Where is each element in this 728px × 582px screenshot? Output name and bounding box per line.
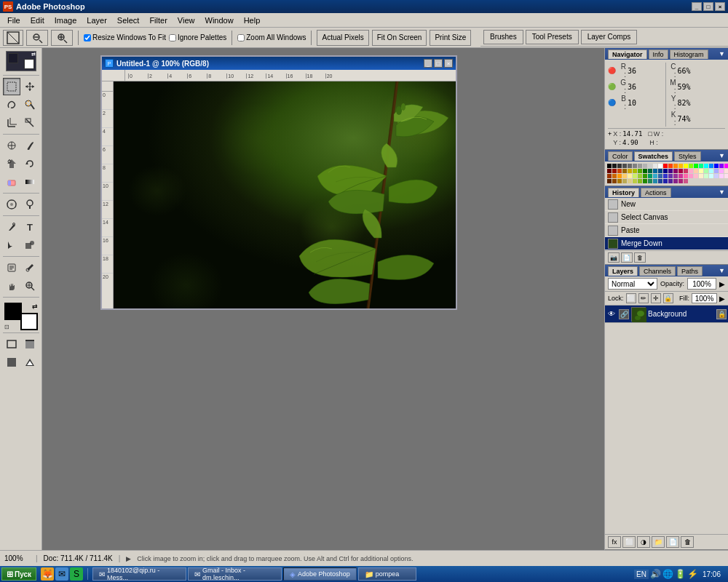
- swatch-cell[interactable]: [638, 169, 642, 173]
- swatch-cell[interactable]: [617, 179, 622, 183]
- swatch-cell[interactable]: [684, 179, 688, 183]
- swatch-cell[interactable]: [704, 174, 708, 178]
- standard-screen-button[interactable]: [3, 335, 20, 353]
- info-panel-arrow[interactable]: ▼: [719, 50, 725, 57]
- ignore-palettes-checkbox[interactable]: Ignore Palettes: [169, 33, 226, 41]
- swatch-cell[interactable]: [689, 169, 693, 173]
- sys-tray-icon-1[interactable]: 🔊: [650, 569, 661, 579]
- lock-move-button[interactable]: ✛: [651, 293, 661, 303]
- swatch-cell[interactable]: [638, 179, 642, 183]
- swatch-cell[interactable]: [714, 174, 719, 178]
- swatch-cell[interactable]: [658, 169, 662, 173]
- resize-windows-checkbox[interactable]: Resize Windows To Fit: [84, 33, 166, 41]
- type-tool[interactable]: T: [21, 218, 39, 236]
- tab-styles[interactable]: Styles: [674, 151, 701, 161]
- layer-visibility-icon[interactable]: 👁: [606, 309, 617, 319]
- notes-tool[interactable]: [3, 259, 20, 276]
- tab-swatches[interactable]: Swatches: [634, 151, 673, 161]
- swatch-cell[interactable]: [648, 169, 652, 173]
- fill-arrow[interactable]: ▶: [719, 295, 725, 303]
- foreground-color[interactable]: [4, 303, 22, 320]
- swatch-cell[interactable]: [658, 174, 662, 178]
- swatch-cell[interactable]: [658, 179, 662, 183]
- swatch-cell[interactable]: [663, 174, 668, 178]
- swatch-cell[interactable]: [724, 174, 728, 178]
- swatch-cell[interactable]: [684, 169, 688, 173]
- swatch-cell[interactable]: [648, 174, 652, 178]
- swatch-cell[interactable]: [719, 164, 724, 168]
- swatch-cell[interactable]: [653, 169, 657, 173]
- menu-view[interactable]: View: [173, 15, 199, 26]
- swatch-cell[interactable]: [678, 174, 683, 178]
- taskbar-icon-app1[interactable]: ✉: [55, 567, 68, 581]
- doc-minimize-button[interactable]: _: [424, 59, 432, 68]
- default-colors-icon[interactable]: ⊡: [4, 324, 9, 330]
- swatch-cell[interactable]: [622, 179, 627, 183]
- swatch-cell[interactable]: [622, 174, 627, 178]
- menu-image[interactable]: Image: [50, 15, 82, 26]
- swatch-cell[interactable]: [668, 164, 673, 168]
- zoom-tool[interactable]: [21, 277, 39, 295]
- swatch-blue[interactable]: [714, 164, 719, 168]
- healing-brush-tool[interactable]: [3, 137, 20, 154]
- swatch-cell[interactable]: [643, 174, 647, 178]
- swatch-cell[interactable]: [633, 174, 637, 178]
- swatch-cell[interactable]: [694, 174, 698, 178]
- swatch-cell[interactable]: [663, 179, 668, 183]
- swatch-cell[interactable]: [643, 179, 647, 183]
- swatch-cell[interactable]: [653, 179, 657, 183]
- tab-actions[interactable]: Actions: [641, 188, 671, 197]
- taskbar-app-gmail[interactable]: ✉ Gmail - Inbox - dm.leschin...: [188, 567, 282, 581]
- move-tool[interactable]: [21, 78, 39, 95]
- zoom-out-button[interactable]: [26, 30, 48, 46]
- blur-tool[interactable]: [3, 196, 20, 213]
- taskbar-app-pompea[interactable]: 📁 pompea: [358, 567, 416, 581]
- taskbar-icon-browser[interactable]: 🦊: [41, 567, 54, 581]
- brush-tool[interactable]: [21, 137, 39, 154]
- marquee-tool[interactable]: [3, 78, 20, 95]
- swatch-cell[interactable]: [719, 169, 724, 173]
- swatch-cell[interactable]: [678, 179, 683, 183]
- swatch-cell[interactable]: [622, 164, 627, 168]
- hand-tool[interactable]: [3, 277, 20, 295]
- menu-select[interactable]: Select: [113, 15, 144, 26]
- swatch-cell[interactable]: [689, 164, 693, 168]
- menu-file[interactable]: File: [3, 15, 25, 26]
- swatch-cell[interactable]: [628, 164, 632, 168]
- background-layer[interactable]: 👁 🔗 Background 🔒: [605, 306, 728, 323]
- magic-wand-tool[interactable]: [21, 96, 39, 113]
- pen-tool[interactable]: [3, 218, 20, 236]
- menu-edit[interactable]: Edit: [26, 15, 49, 26]
- zoom-all-windows-checkbox[interactable]: Zoom All Windows: [237, 33, 306, 41]
- swatch-cell[interactable]: [709, 174, 713, 178]
- tab-layers[interactable]: Layers: [608, 266, 638, 276]
- layer-mask-button[interactable]: ⬜: [622, 536, 636, 548]
- swatch-cell[interactable]: [612, 169, 617, 173]
- layer-link-icon[interactable]: 🔗: [619, 309, 629, 319]
- eyedropper-tool[interactable]: [21, 259, 39, 276]
- brushes-button[interactable]: Brushes: [483, 30, 523, 44]
- sys-tray-icon-3[interactable]: 🔋: [675, 569, 686, 579]
- gradient-tool[interactable]: [21, 173, 39, 191]
- path-select-tool[interactable]: [3, 236, 20, 254]
- layer-group-button[interactable]: 📁: [652, 536, 665, 548]
- swatch-cell[interactable]: [709, 164, 713, 168]
- swatch-yellow[interactable]: [684, 164, 688, 168]
- blend-mode-select[interactable]: Normal Multiply Screen Overlay: [608, 278, 657, 290]
- opacity-arrow[interactable]: ▶: [719, 280, 725, 288]
- eraser-tool[interactable]: [3, 173, 20, 191]
- color-panel-arrow[interactable]: ▼: [719, 152, 725, 159]
- tab-color[interactable]: Color: [608, 151, 633, 161]
- swatch-cell[interactable]: [628, 169, 632, 173]
- lock-paint-button[interactable]: ✏: [638, 293, 649, 303]
- swatch-cell[interactable]: [673, 169, 678, 173]
- close-button[interactable]: ×: [715, 2, 725, 11]
- swatch-cell[interactable]: [643, 169, 647, 173]
- swatch-cell[interactable]: [653, 174, 657, 178]
- swatch-cell[interactable]: [678, 169, 683, 173]
- fit-on-screen-button[interactable]: Fit On Screen: [372, 30, 427, 46]
- background-color[interactable]: [20, 313, 38, 330]
- taskbar-icon-app2[interactable]: S: [70, 567, 83, 581]
- swatch-cell[interactable]: [704, 169, 708, 173]
- document-canvas[interactable]: [114, 81, 456, 308]
